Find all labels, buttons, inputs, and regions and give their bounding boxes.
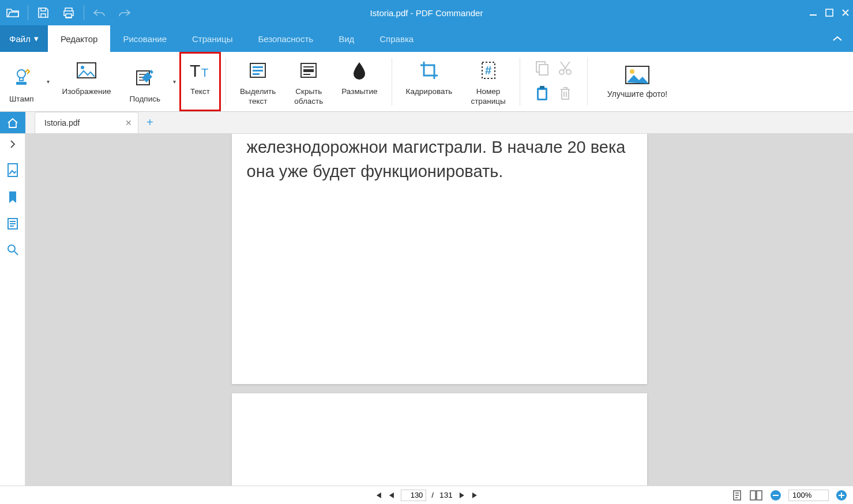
menu-editor[interactable]: Редактор xyxy=(48,25,111,52)
stamp-button[interactable]: Штамп xyxy=(0,59,43,104)
menu-view[interactable]: Вид xyxy=(326,25,367,52)
minimize-button[interactable] xyxy=(809,9,817,17)
svg-point-29 xyxy=(8,245,15,252)
copy-button[interactable] xyxy=(535,61,549,76)
first-page-button[interactable] xyxy=(374,491,382,499)
bookmarks-button[interactable] xyxy=(7,190,18,204)
svg-rect-37 xyxy=(841,492,842,498)
stamp-dropdown[interactable]: ▾ xyxy=(43,59,53,104)
svg-rect-0 xyxy=(826,9,833,16)
menu-help[interactable]: Справка xyxy=(367,25,426,52)
home-button[interactable] xyxy=(0,112,25,133)
menu-pages[interactable]: Страницы xyxy=(179,25,245,52)
window-controls xyxy=(809,0,850,25)
ribbon-group-mark: Выделить текст Скрыть область Размытие xyxy=(231,52,387,111)
zoom-out-button[interactable] xyxy=(770,490,781,501)
highlight-text-button[interactable]: Выделить текст xyxy=(231,52,285,111)
ribbon-separator xyxy=(587,58,588,106)
paste-button[interactable] xyxy=(535,85,549,101)
svg-point-20 xyxy=(559,70,564,74)
delete-button[interactable] xyxy=(559,86,572,101)
svg-rect-19 xyxy=(539,65,548,75)
svg-rect-11 xyxy=(253,73,260,75)
document-text: железнодорожнои магистрали. В начале 20 … xyxy=(247,134,632,183)
svg-text:T: T xyxy=(190,61,200,80)
svg-rect-14 xyxy=(303,69,314,72)
close-button[interactable] xyxy=(841,9,850,17)
page-number-icon: # xyxy=(480,58,497,83)
stamp-icon xyxy=(12,65,31,91)
last-page-button[interactable] xyxy=(471,491,479,499)
text-button[interactable]: TT Текст xyxy=(179,52,221,111)
stamp-label: Штамп xyxy=(9,94,34,104)
open-file-button[interactable] xyxy=(0,0,25,25)
attachments-button[interactable] xyxy=(6,217,19,231)
ribbon-clipboard xyxy=(525,52,583,111)
highlight-text-label: Выделить текст xyxy=(240,86,276,106)
svg-rect-23 xyxy=(540,86,544,89)
blur-button[interactable]: Размытие xyxy=(332,52,386,111)
current-page-input[interactable] xyxy=(400,490,426,501)
hide-area-button[interactable]: Скрыть область xyxy=(285,52,332,111)
page-viewer[interactable]: железнодорожнои магистрали. В начале 20 … xyxy=(25,134,853,486)
menu-drawing[interactable]: Рисование xyxy=(110,25,179,52)
new-tab-button[interactable]: + xyxy=(138,112,161,133)
separator xyxy=(28,5,28,20)
svg-rect-34 xyxy=(773,495,779,496)
signature-dropdown[interactable]: ▾ xyxy=(170,59,179,104)
save-button[interactable] xyxy=(31,0,56,25)
crop-button[interactable]: Кадрировать xyxy=(397,52,462,111)
print-button[interactable] xyxy=(56,0,81,25)
hide-area-icon xyxy=(299,58,318,83)
search-button[interactable] xyxy=(6,243,19,256)
next-page-button[interactable] xyxy=(459,491,465,499)
maximize-button[interactable] xyxy=(825,9,833,17)
page-number-button[interactable]: # Номер страницы xyxy=(461,52,514,111)
tab-close-button[interactable]: ✕ xyxy=(125,118,132,127)
promo-button[interactable]: Улучшите фото! xyxy=(592,52,682,111)
two-page-view-button[interactable] xyxy=(749,490,763,501)
svg-text:#: # xyxy=(485,64,491,77)
cut-button[interactable] xyxy=(558,61,572,76)
signature-label: Подпись xyxy=(130,94,160,104)
menu-file[interactable]: Файл ▾ xyxy=(0,25,48,52)
zoom-input[interactable] xyxy=(788,490,829,501)
menu-security[interactable]: Безопасность xyxy=(245,25,326,52)
svg-point-21 xyxy=(566,70,571,74)
svg-point-4 xyxy=(81,66,84,69)
collapse-ribbon-button[interactable] xyxy=(832,25,843,52)
menu-item-label: Вид xyxy=(339,34,354,44)
crop-icon xyxy=(419,58,439,83)
menu-bar: Файл ▾ Редактор Рисование Страницы Безоп… xyxy=(0,25,853,52)
text-icon: TT xyxy=(189,58,212,83)
text-label: Текст xyxy=(190,86,210,96)
blur-label: Размытие xyxy=(341,86,377,96)
document-tab[interactable]: Istoria.pdf ✕ xyxy=(35,112,138,133)
expand-panel-button[interactable] xyxy=(9,138,17,150)
menu-item-label: Страницы xyxy=(192,34,232,44)
svg-point-26 xyxy=(630,69,634,74)
menu-item-label: Справка xyxy=(379,34,414,44)
image-icon xyxy=(76,58,97,83)
total-pages: 131 xyxy=(439,491,453,499)
highlight-icon xyxy=(249,58,267,83)
signature-button[interactable]: Подпись xyxy=(121,59,170,104)
document-page xyxy=(232,393,647,486)
prev-page-button[interactable] xyxy=(388,491,394,499)
redo-button[interactable] xyxy=(112,0,137,25)
page-separator: / xyxy=(431,491,434,499)
zoom-in-button[interactable] xyxy=(836,490,847,501)
svg-text:T: T xyxy=(201,66,208,79)
undo-button[interactable] xyxy=(87,0,112,25)
single-page-view-button[interactable] xyxy=(732,490,742,501)
ribbon-separator xyxy=(392,58,392,106)
ribbon: Штамп ▾ Изображение Подпись ▾ TT Текст xyxy=(0,52,853,112)
ribbon-separator xyxy=(226,58,226,106)
svg-rect-24 xyxy=(539,90,546,99)
tab-strip: Istoria.pdf ✕ + xyxy=(0,112,853,134)
thumbnails-button[interactable] xyxy=(6,163,19,178)
ribbon-group-page: Кадрировать # Номер страницы xyxy=(397,52,515,111)
svg-rect-15 xyxy=(303,74,310,75)
svg-rect-32 xyxy=(757,491,762,500)
image-button[interactable]: Изображение xyxy=(53,52,121,111)
